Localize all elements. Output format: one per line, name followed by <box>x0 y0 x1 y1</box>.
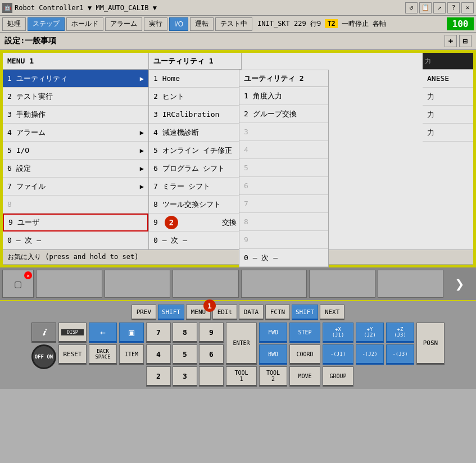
fav-slot-3[interactable] <box>173 270 239 298</box>
num-6[interactable]: 6 <box>199 344 224 365</box>
close-button[interactable]: ✕ <box>461 2 474 13</box>
arrow-icon-7: ▶ <box>140 183 144 190</box>
alarm-button[interactable]: アラーム <box>105 17 142 31</box>
num-8[interactable]: 8 <box>173 323 197 343</box>
util2-item-0[interactable]: 0 — 次 — <box>239 249 328 267</box>
util1-item-6[interactable]: 6 プログラム シフト <box>149 160 241 178</box>
fav-slot-6[interactable] <box>378 270 444 298</box>
menu1-item-1[interactable]: 1 ユーティリティ ▶ <box>3 70 148 88</box>
util1-header: ユーティリティ 1 <box>149 53 241 70</box>
menu1-item-3[interactable]: 3 手動操作 <box>3 106 148 124</box>
jikko-button[interactable]: 実行 <box>144 17 167 31</box>
data-key[interactable]: DATA <box>239 305 264 320</box>
menu1-item-9[interactable]: 9 ユーザ <box>3 214 148 232</box>
fav-arrow-button[interactable]: ❯ <box>446 270 474 298</box>
prev-key[interactable]: PREV <box>132 305 156 320</box>
minus-y-key[interactable]: -(J2) <box>356 344 384 365</box>
hold-button[interactable]: ホールド <box>66 17 103 31</box>
right-col-item-1: ANESE <box>423 70 473 88</box>
util1-item-2[interactable]: 2 ヒント <box>149 88 241 106</box>
menu1-item-7[interactable]: 7 ファイル ▶ <box>3 178 148 196</box>
add-icon[interactable]: + <box>445 35 457 47</box>
back-space-key[interactable]: BACKSPACE <box>89 344 117 365</box>
util2-item-5[interactable]: 5 <box>239 159 328 177</box>
back-arrow-key[interactable]: ← <box>89 323 117 343</box>
util1-item-9[interactable]: 9 2 交換 <box>149 214 241 232</box>
group-key[interactable]: GROUP <box>323 366 353 387</box>
util1-item-1[interactable]: 1 Home <box>149 70 241 88</box>
fav-close-button[interactable]: ✕ ▢ <box>2 270 34 298</box>
unten-button[interactable]: 運転 <box>190 17 214 31</box>
fctn-key[interactable]: FCTN <box>265 305 290 320</box>
copy-button[interactable]: 📋 <box>419 2 432 13</box>
num-7[interactable]: 7 <box>146 323 171 343</box>
step-button[interactable]: ステップ <box>28 17 65 31</box>
menu1-item-6[interactable]: 6 設定 ▶ <box>3 160 148 178</box>
util2-item-3[interactable]: 3 <box>239 123 328 141</box>
right-col-item-4: 力 <box>423 124 473 142</box>
fav-slot-4[interactable] <box>241 270 307 298</box>
num-9[interactable]: 9 <box>199 323 224 343</box>
util1-item-7[interactable]: 7 ミラー シフト <box>149 178 241 196</box>
plus-x-key[interactable]: +X(J1) <box>323 323 353 343</box>
item-key[interactable]: ITEM <box>119 344 144 365</box>
step-key[interactable]: STEP <box>289 323 320 343</box>
menu1-item-5[interactable]: 5 I/O ▶ <box>3 142 148 160</box>
util1-column: ユーティリティ 1 1 Home 2 ヒント 3 IRCalibration 4… <box>149 53 242 249</box>
menu1-item-8[interactable]: 8 <box>3 196 148 214</box>
util1-item-8[interactable]: 8 ツール交換シフト <box>149 196 241 214</box>
util1-item-4[interactable]: 4 減速機診断 <box>149 124 241 142</box>
menu1-item-2[interactable]: 2 テスト実行 <box>3 88 148 106</box>
edit-key[interactable]: EDIt <box>212 305 237 320</box>
tool1-key[interactable]: TOOL1 <box>226 366 257 387</box>
menu1-item-4[interactable]: 4 アラーム ▶ <box>3 124 148 142</box>
num-5[interactable]: 5 <box>173 344 197 365</box>
restore-button[interactable]: ↗ <box>433 2 446 13</box>
next-key[interactable]: NEXT <box>320 305 344 320</box>
util2-item-1[interactable]: 1 角度入力 <box>239 87 328 105</box>
coord-key[interactable]: COORD <box>289 344 320 365</box>
shift-right-key[interactable]: SHIFT <box>292 305 318 320</box>
util2-item-6[interactable]: 6 <box>239 177 328 195</box>
minus-z-key[interactable]: -(J3) <box>386 344 414 365</box>
num-4[interactable]: 4 <box>146 344 171 365</box>
move-key[interactable]: MOVE <box>289 366 320 387</box>
util1-item-0[interactable]: 0 — 次 — <box>149 232 241 249</box>
shori-button[interactable]: 処理 <box>2 17 26 31</box>
menu-key[interactable]: MENU 1 <box>186 305 211 320</box>
util2-item-2[interactable]: 2 グループ交換 <box>239 105 328 123</box>
shift-left-key[interactable]: SHIFT <box>158 305 184 320</box>
layout-icon[interactable]: ⊞ <box>459 35 472 47</box>
util1-item-3[interactable]: 3 IRCalibration <box>149 106 241 124</box>
plus-y-key[interactable]: +Y(J2) <box>356 323 384 343</box>
util2-item-8[interactable]: 8 <box>239 213 328 231</box>
undo-button[interactable]: ↺ <box>405 2 418 13</box>
reset-key[interactable]: RESET <box>58 344 87 365</box>
test-button[interactable]: テスト中 <box>215 17 252 31</box>
util2-panel: ユーティリティ 2 1 角度入力 2 グループ交換 3 4 5 6 7 8 9 … <box>239 70 329 267</box>
fwd-key[interactable]: FWD <box>259 323 287 343</box>
disp-key[interactable]: DISP <box>58 323 87 343</box>
posn-key[interactable]: POSN <box>416 323 445 365</box>
util2-item-9[interactable]: 9 <box>239 231 328 249</box>
num-3[interactable]: 3 <box>173 366 197 387</box>
menu1-item-0[interactable]: 0 — 次 — <box>3 232 148 249</box>
fav-slot-5[interactable] <box>309 270 375 298</box>
info-key[interactable]: 𝒊 <box>31 323 56 343</box>
onoff-key[interactable]: OFF ON <box>31 344 56 369</box>
util2-header: ユーティリティ 2 <box>239 70 328 87</box>
bwd-key[interactable]: BWD <box>259 344 287 365</box>
util2-item-7[interactable]: 7 <box>239 195 328 213</box>
tool2-key[interactable]: TOOL2 <box>259 366 287 387</box>
select-key[interactable]: ▣ <box>119 323 144 343</box>
plus-z-key[interactable]: +Z(J3) <box>386 323 414 343</box>
enter-key[interactable]: ENTER <box>226 323 257 365</box>
util2-item-4[interactable]: 4 <box>239 141 328 159</box>
fav-slot-2[interactable] <box>105 270 171 298</box>
num-2[interactable]: 2 <box>146 366 171 387</box>
minus-x-key[interactable]: -(J1) <box>323 344 353 365</box>
io-button[interactable]: I/O <box>169 17 188 31</box>
util1-item-5[interactable]: 5 オンライン イチ修正 <box>149 142 241 160</box>
help-button[interactable]: ? <box>447 2 460 13</box>
fav-slot-1[interactable] <box>36 270 102 298</box>
